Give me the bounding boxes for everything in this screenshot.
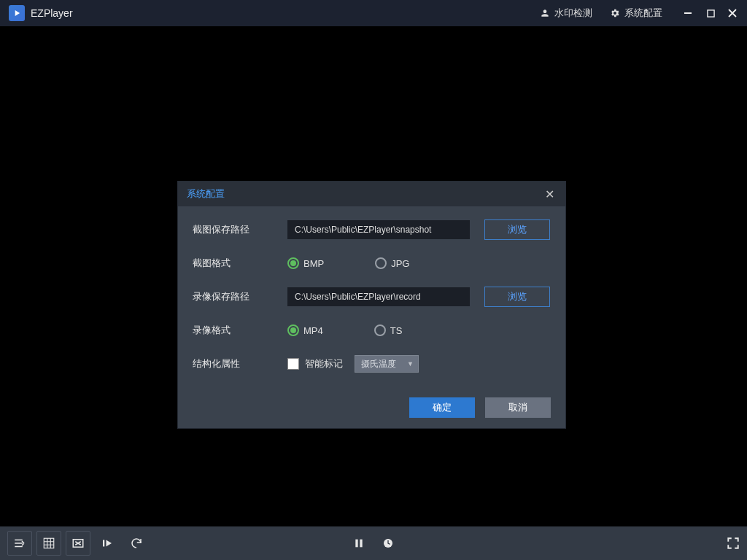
- radio-icon: [374, 324, 386, 336]
- snapshot-format-label: 截图格式: [193, 257, 287, 270]
- svg-rect-1: [707, 9, 713, 16]
- svg-rect-4: [103, 540, 104, 547]
- radio-bmp-label: BMP: [303, 258, 324, 269]
- record-path-label: 录像保存路径: [193, 290, 287, 303]
- dialog-header: 系统配置 ✕: [178, 182, 565, 206]
- app-logo: [9, 5, 25, 21]
- svg-rect-0: [684, 12, 692, 14]
- close-button[interactable]: [727, 7, 738, 19]
- record-path-input[interactable]: [287, 287, 470, 306]
- radio-bmp[interactable]: BMP: [287, 257, 324, 269]
- radio-ts-label: TS: [390, 325, 403, 336]
- temperature-select[interactable]: 摄氏温度 ▼: [355, 355, 419, 373]
- clock-button[interactable]: [382, 537, 394, 549]
- minimize-button[interactable]: [683, 7, 694, 19]
- radio-icon: [375, 257, 387, 269]
- smart-mark-label: 智能标记: [305, 357, 343, 370]
- watermark-detect-label: 水印检测: [554, 7, 592, 20]
- snapshot-path-input[interactable]: [287, 220, 470, 239]
- pause-button[interactable]: [353, 537, 365, 549]
- radio-icon: [287, 324, 299, 336]
- snapshot-path-label: 截图保存路径: [193, 223, 287, 236]
- system-config-label: 系统配置: [624, 7, 662, 20]
- record-format-label: 录像格式: [193, 324, 287, 337]
- user-icon: [540, 8, 550, 18]
- smart-mark-checkbox[interactable]: [287, 358, 299, 370]
- fullscreen-button[interactable]: [727, 537, 740, 550]
- titlebar: EZPlayer 水印检测 系统配置: [0, 0, 747, 26]
- cancel-button[interactable]: 取消: [485, 397, 551, 418]
- fullwindow-button[interactable]: [66, 531, 90, 556]
- watermark-detect-button[interactable]: 水印检测: [533, 4, 600, 23]
- ok-button[interactable]: 确定: [409, 397, 475, 418]
- sidebar-toggle-button[interactable]: [7, 531, 32, 556]
- system-config-dialog: 系统配置 ✕ 截图保存路径 浏览 截图格式 BMP JPG 录像保存路径: [177, 181, 566, 429]
- radio-icon: [287, 257, 299, 269]
- dialog-close-button[interactable]: ✕: [542, 187, 557, 201]
- system-config-button[interactable]: 系统配置: [603, 4, 670, 23]
- radio-jpg-label: JPG: [391, 258, 409, 269]
- temperature-select-value: 摄氏温度: [361, 358, 396, 370]
- chevron-down-icon: ▼: [407, 360, 414, 368]
- radio-ts[interactable]: TS: [374, 324, 403, 336]
- radio-mp4[interactable]: MP4: [287, 324, 323, 336]
- dialog-title: 系统配置: [187, 187, 225, 201]
- gear-icon: [610, 8, 620, 18]
- svg-rect-6: [360, 540, 362, 548]
- loop-button[interactable]: [124, 531, 149, 556]
- bottombar: [0, 526, 747, 560]
- maximize-button[interactable]: [705, 7, 716, 19]
- radio-jpg[interactable]: JPG: [375, 257, 409, 269]
- struct-attr-label: 结构化属性: [193, 357, 287, 370]
- app-title: EZPlayer: [31, 7, 73, 19]
- svg-rect-5: [355, 540, 357, 548]
- step-forward-button[interactable]: [95, 531, 120, 556]
- svg-rect-2: [44, 538, 54, 548]
- radio-mp4-label: MP4: [303, 325, 323, 336]
- record-browse-button[interactable]: 浏览: [484, 287, 550, 307]
- snapshot-browse-button[interactable]: 浏览: [484, 219, 550, 240]
- grid-layout-button[interactable]: [36, 531, 61, 556]
